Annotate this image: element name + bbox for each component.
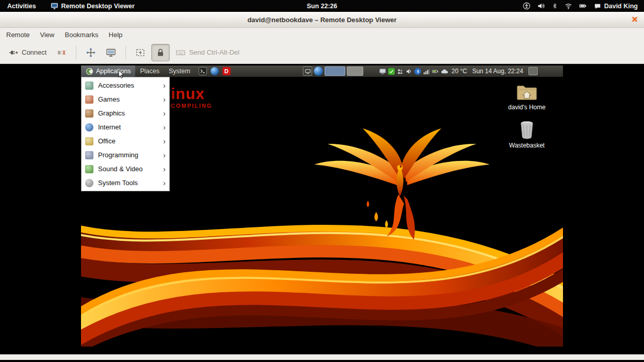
battery-tray-icon[interactable] xyxy=(432,68,439,75)
scale-display-toggle[interactable] xyxy=(131,44,150,61)
menu-item-system-tools[interactable]: System Tools › xyxy=(82,176,169,190)
distro-logo-icon xyxy=(86,68,93,75)
shell-clock[interactable]: Sun 22:26 xyxy=(307,3,337,10)
submenu-arrow-icon: › xyxy=(163,81,166,89)
toolbar-separator-2 xyxy=(125,46,126,59)
shell-status-area: David King xyxy=(523,2,644,10)
focused-app-icon xyxy=(51,2,58,10)
internet-icon xyxy=(85,123,93,131)
accessories-icon xyxy=(85,81,93,90)
close-button[interactable]: ✕ xyxy=(630,14,640,25)
remote-top-panel: Applications Places System D xyxy=(81,65,563,77)
applications-menu-label: Applications xyxy=(96,68,131,75)
system-menu-button[interactable]: System xyxy=(164,65,195,77)
remote-viewer-area[interactable]: inux COMPILING Applications Places Syste… xyxy=(0,64,644,354)
focused-app-indicator[interactable]: Remote Desktop Viewer xyxy=(51,2,135,10)
submenu-arrow-icon: › xyxy=(163,179,166,187)
menu-item-accessories[interactable]: Accessories › xyxy=(82,78,169,92)
panel-clock[interactable]: Sun 14 Aug, 22:24 xyxy=(472,68,523,75)
graphics-icon xyxy=(85,109,93,118)
window-button-browser[interactable] xyxy=(314,67,323,76)
menu-item-office[interactable]: Office › xyxy=(82,134,169,148)
home-folder-icon xyxy=(502,83,552,102)
user-menu[interactable]: David King xyxy=(594,3,638,10)
menu-remote[interactable]: Remote xyxy=(1,29,35,41)
activities-label: Activities xyxy=(7,3,36,10)
menu-item-programming[interactable]: Programming › xyxy=(82,148,169,162)
display-tray-icon[interactable] xyxy=(379,68,386,75)
screenshot-button[interactable] xyxy=(102,44,120,61)
system-monitor-icon[interactable] xyxy=(528,67,538,75)
weather-cloud-icon[interactable] xyxy=(441,69,448,74)
submenu-arrow-icon: › xyxy=(163,151,166,159)
volume-icon[interactable] xyxy=(537,2,545,10)
desktop-icon-label: Wastebasket xyxy=(509,142,545,149)
system-tools-icon xyxy=(85,179,93,187)
window-titlebar[interactable]: david@netbookdave – Remote Desktop Viewe… xyxy=(0,12,644,28)
screen: Activities Remote Desktop Viewer Sun 22:… xyxy=(0,0,644,362)
window-button-inactive[interactable] xyxy=(347,67,363,76)
menu-item-internet[interactable]: Internet › xyxy=(82,120,169,134)
window-statusbar xyxy=(0,354,644,360)
mouse-cursor xyxy=(118,70,124,81)
battery-icon[interactable] xyxy=(579,2,587,10)
remote-screen[interactable]: inux COMPILING Applications Places Syste… xyxy=(81,65,563,347)
lock-scaling-toggle[interactable] xyxy=(151,44,170,61)
bottom-strip xyxy=(0,360,644,362)
signal-tray-icon[interactable] xyxy=(423,68,430,75)
d-launcher-icon[interactable]: D xyxy=(222,67,231,75)
shell-top-bar: Activities Remote Desktop Viewer Sun 22:… xyxy=(0,0,644,12)
disconnect-button[interactable] xyxy=(52,44,71,61)
window-button-active[interactable] xyxy=(325,67,345,76)
window-list xyxy=(303,67,363,76)
network-tray-icon[interactable] xyxy=(397,68,404,75)
menu-bookmarks[interactable]: Bookmarks xyxy=(59,29,103,41)
window-menubar: Remote View Bookmarks Help xyxy=(0,28,644,41)
submenu-arrow-icon: › xyxy=(163,137,166,145)
wallpaper-tagline-text: COMPILING xyxy=(171,103,212,109)
updates-tray-icon[interactable] xyxy=(388,68,395,75)
connect-plug-icon xyxy=(8,47,19,58)
menu-item-graphics[interactable]: Graphics › xyxy=(82,106,169,120)
applications-menu-button[interactable]: Applications xyxy=(81,65,135,77)
activities-button[interactable]: Activities xyxy=(0,0,43,12)
connect-button[interactable]: Connect xyxy=(4,44,51,61)
wifi-icon[interactable] xyxy=(565,2,572,10)
pan-view-button[interactable] xyxy=(82,44,100,61)
system-tray: 20 °C Sun 14 Aug, 22:24 xyxy=(379,65,538,77)
send-ctrl-alt-del-label: Send Ctrl-Alt-Del xyxy=(189,48,239,56)
system-menu-label: System xyxy=(169,68,190,75)
toolbar-separator xyxy=(76,46,76,59)
send-ctrl-alt-del-button[interactable]: Send Ctrl-Alt-Del xyxy=(171,44,244,61)
submenu-arrow-icon: › xyxy=(163,165,166,173)
menu-item-sound-video[interactable]: Sound & Video › xyxy=(82,162,169,176)
temperature-label[interactable]: 20 °C xyxy=(452,68,467,75)
chat-icon xyxy=(594,3,601,10)
bluetooth-tray-icon[interactable] xyxy=(414,68,421,75)
desktop-icon-wastebasket[interactable]: Wastebasket xyxy=(502,120,552,149)
disconnect-plug-icon xyxy=(56,47,67,58)
scale-display-icon xyxy=(135,47,146,58)
terminal-launcher-icon[interactable] xyxy=(199,67,207,75)
browser-launcher-icon[interactable] xyxy=(211,67,219,75)
programming-icon xyxy=(85,151,93,159)
menu-view[interactable]: View xyxy=(35,29,60,41)
wallpaper-logo-text: inux xyxy=(171,85,205,103)
applications-dropdown-menu: Accessories › Games › Graphics › Interne… xyxy=(81,77,170,191)
volume-tray-icon[interactable] xyxy=(406,68,412,75)
submenu-arrow-icon: › xyxy=(163,123,166,131)
window-button-display[interactable] xyxy=(303,67,312,76)
window-toolbar: Connect xyxy=(0,41,644,64)
desktop-icon-home[interactable]: david's Home xyxy=(502,83,552,111)
focused-app-label: Remote Desktop Viewer xyxy=(61,3,135,10)
accessibility-icon[interactable] xyxy=(523,2,530,10)
window-title: david@netbookdave – Remote Desktop Viewe… xyxy=(247,16,396,24)
bluetooth-icon[interactable] xyxy=(552,2,558,10)
submenu-arrow-icon: › xyxy=(163,95,166,103)
menu-item-games[interactable]: Games › xyxy=(82,92,169,106)
desktop-icon-label: david's Home xyxy=(508,104,545,111)
menu-help[interactable]: Help xyxy=(104,29,128,41)
places-menu-button[interactable]: Places xyxy=(135,65,164,77)
games-icon xyxy=(85,95,93,104)
places-menu-label: Places xyxy=(140,68,159,75)
